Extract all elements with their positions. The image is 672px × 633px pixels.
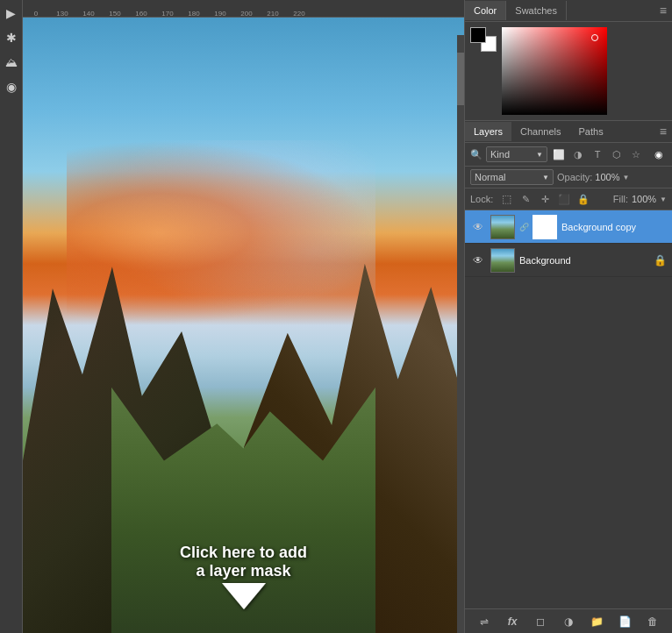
tab-swatches[interactable]: Swatches <box>506 1 567 20</box>
ruler-tick: 130 <box>49 10 75 18</box>
tab-color[interactable]: Color <box>465 1 506 20</box>
opacity-value[interactable]: 100% <box>595 172 619 182</box>
down-arrow-icon <box>218 544 270 614</box>
delete-layer-btn[interactable]: 🗑 <box>643 612 662 631</box>
new-group-btn[interactable]: 📁 <box>587 612 606 631</box>
layer-mask-thumbnail <box>533 215 557 239</box>
canvas-scrollbar[interactable] <box>457 35 464 633</box>
new-layer-btn[interactable]: 📄 <box>615 612 634 631</box>
filter-adjust-btn[interactable]: ◑ <box>570 146 586 162</box>
tab-channels[interactable]: Channels <box>511 122 569 141</box>
scrollbar-thumb[interactable] <box>457 53 464 105</box>
filter-type-btn[interactable]: T <box>590 146 605 162</box>
ruler-tick: 170 <box>154 10 181 18</box>
add-adjustment-btn[interactable]: ◑ <box>559 612 578 631</box>
layer-visibility-background[interactable]: 👁 <box>470 252 486 268</box>
ruler-tick: 180 <box>181 10 207 18</box>
lock-row: Lock: ⬚ ✎ ✛ ⬛ 🔒 Fill: 100% ▼ <box>465 188 672 210</box>
ruler-tick: 210 <box>260 10 286 18</box>
foreground-color-swatch[interactable] <box>470 27 486 43</box>
ruler-tick: 220 <box>286 10 312 18</box>
layer-thumbnail-background <box>490 248 515 273</box>
ruler-tick: 190 <box>207 10 233 18</box>
lock-all-btn[interactable]: 🔒 <box>575 191 591 207</box>
background-lock-icon: 🔒 <box>654 254 667 267</box>
lock-label: Lock: <box>470 194 493 204</box>
lock-paint-btn[interactable]: ✎ <box>518 191 533 207</box>
layers-bottom-toolbar: ⇌ fx ◻ ◑ 📁 📄 🗑 <box>465 608 672 633</box>
layer-thumbnail-background-copy <box>490 215 515 239</box>
link-layers-btn[interactable]: ⇌ <box>475 612 494 631</box>
foreground-background-swatch[interactable] <box>470 27 497 52</box>
color-tools <box>470 27 497 52</box>
ruler-tick: 200 <box>233 10 260 18</box>
filter-toggle-btn[interactable]: ◉ <box>651 146 667 162</box>
ruler-tick: 160 <box>128 10 154 18</box>
search-icon: 🔍 <box>470 149 483 160</box>
right-panel: Color Swatches ≡ <box>464 0 672 633</box>
ruler-marks: 0 130 140 150 160 170 180 190 200 210 22… <box>23 0 312 18</box>
play-tool[interactable]: ▶ <box>2 4 21 23</box>
canvas-image: Click here to adda layer mask <box>23 18 464 633</box>
color-picker-area <box>465 22 672 120</box>
add-mask-btn[interactable]: ◻ <box>531 612 550 631</box>
layers-list: 👁 🔗 Background copy 👁 Background 🔒 <box>465 210 672 608</box>
layers-tabs: Layers Channels Paths ≡ <box>465 121 672 143</box>
layers-filter-toolbar: 🔍 Kind ▼ ⬜ ◑ T ⬡ ☆ ◉ <box>465 143 672 167</box>
layer-name-background-copy: Background copy <box>561 222 667 232</box>
kind-dropdown[interactable]: Kind ▼ <box>486 146 547 162</box>
layers-panel: Layers Channels Paths ≡ 🔍 Kind ▼ ⬜ ◑ T ⬡… <box>465 121 672 633</box>
fill-value[interactable]: 100% <box>632 194 656 204</box>
blend-dropdown-arrow: ▼ <box>542 174 549 181</box>
tab-paths[interactable]: Paths <box>570 122 612 141</box>
fill-arrow: ▼ <box>660 196 667 203</box>
color-panel: Color Swatches ≡ <box>465 0 672 121</box>
lock-transparent-btn[interactable]: ⬚ <box>498 191 514 207</box>
landscape-tool[interactable]: ⛰ <box>2 53 21 72</box>
ruler-top: 0 130 140 150 160 170 180 190 200 210 22… <box>23 0 464 18</box>
blend-mode-dropdown[interactable]: Normal ▼ <box>470 169 554 185</box>
ruler-tick: 140 <box>75 10 102 18</box>
color-panel-tabs: Color Swatches ≡ <box>465 0 672 22</box>
lock-move-btn[interactable]: ✛ <box>537 191 553 207</box>
left-toolbar: ▶ ✱ ⛰ ◉ <box>0 0 23 633</box>
filter-smart-btn[interactable]: ☆ <box>628 146 644 162</box>
annotation-arrow-container <box>218 544 270 615</box>
layer-row-background-copy[interactable]: 👁 🔗 Background copy <box>465 210 672 244</box>
layer-visibility-background-copy[interactable]: 👁 <box>470 219 486 235</box>
svg-marker-1 <box>222 583 266 609</box>
ruler-tick: 0 <box>23 10 49 18</box>
tab-layers[interactable]: Layers <box>465 122 511 141</box>
canvas-area: 0 130 140 150 160 170 180 190 200 210 22… <box>23 0 464 633</box>
landscape-background <box>23 18 464 633</box>
kind-dropdown-arrow: ▼ <box>536 151 543 159</box>
color-gradient-box[interactable] <box>502 27 607 115</box>
fill-label: Fill: <box>613 194 628 204</box>
gradient-cursor <box>591 34 598 41</box>
layers-panel-menu-btn[interactable]: ≡ <box>654 121 672 142</box>
opacity-row: Opacity: 100% ▼ <box>557 172 667 182</box>
layer-link-icon: 🔗 <box>519 223 528 231</box>
color-gradient-area[interactable] <box>502 27 667 115</box>
blend-opacity-row: Normal ▼ Opacity: 100% ▼ <box>465 167 672 188</box>
lock-artboard-btn[interactable]: ⬛ <box>556 191 572 207</box>
fx-btn[interactable]: fx <box>503 612 522 631</box>
filter-shape-btn[interactable]: ⬡ <box>609 146 625 162</box>
layer-row-background[interactable]: 👁 Background 🔒 <box>465 244 672 277</box>
filter-tool[interactable]: ✱ <box>2 28 21 47</box>
opacity-label: Opacity: <box>557 172 592 182</box>
ruler-tick: 150 <box>102 10 128 18</box>
extra-tool[interactable]: ◉ <box>2 77 21 96</box>
opacity-arrow: ▼ <box>623 174 630 181</box>
color-panel-menu-btn[interactable]: ≡ <box>654 0 672 21</box>
filter-pixel-btn[interactable]: ⬜ <box>551 146 567 162</box>
layer-name-background: Background <box>519 255 649 266</box>
